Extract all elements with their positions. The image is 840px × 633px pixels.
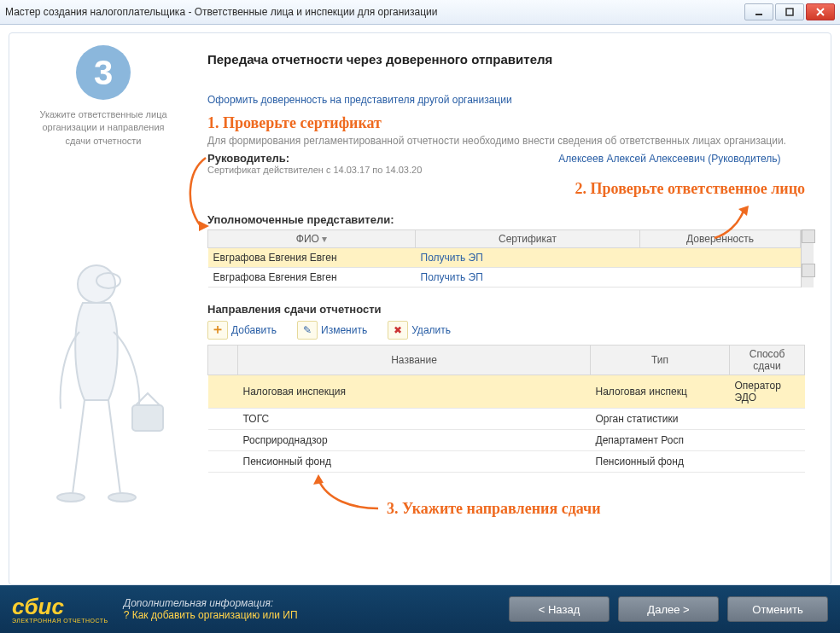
director-row: Руководитель: Сертификат действителен с …: [207, 152, 814, 175]
svg-point-8: [108, 493, 136, 502]
delete-button[interactable]: ✖Удалить: [388, 321, 451, 340]
col-method[interactable]: Способ сдачи: [730, 345, 805, 375]
wizard-footer: сбисЭЛЕКТРОННАЯ ОТЧЕТНОСТЬ Дополнительна…: [0, 585, 840, 633]
content-panel: 3 Укажите ответственные лица организации…: [9, 32, 831, 585]
dirs-table[interactable]: Название Тип Способ сдачи Налоговая инсп…: [207, 345, 805, 473]
svg-rect-1: [786, 9, 793, 15]
logo: сбисЭЛЕКТРОННАЯ ОТЧЕТНОСТЬ: [12, 595, 108, 624]
svg-rect-6: [132, 405, 163, 431]
dirs-row[interactable]: Налоговая инспекцияНалоговая инспекцОпер…: [208, 375, 805, 408]
delete-icon: ✖: [388, 321, 408, 340]
director-label: Руководитель:: [207, 152, 422, 165]
help-link[interactable]: ? Как добавить организацию или ИП: [124, 609, 500, 621]
next-button[interactable]: Далее >: [618, 596, 719, 622]
info-text: Для формирования регламентированной отче…: [207, 134, 788, 148]
svg-marker-9: [313, 474, 324, 485]
svg-point-4: [78, 265, 115, 303]
col-trust[interactable]: Доверенность: [640, 229, 801, 247]
col-name[interactable]: Название: [238, 345, 591, 375]
scroll-down-icon[interactable]: [802, 264, 815, 277]
maximize-button[interactable]: [775, 3, 804, 20]
dirs-row[interactable]: ТОГСОрган статистики: [208, 408, 805, 429]
main-content: Передача отчетности через доверенного от…: [207, 52, 814, 576]
dirs-row[interactable]: РосприроднадзорДепартамент Росп: [208, 429, 805, 450]
col-cert[interactable]: Сертификат: [416, 229, 640, 247]
assistant-illustration: [30, 255, 175, 511]
add-button[interactable]: ＋Добавить: [207, 321, 277, 340]
reps-row[interactable]: Евграфова Евгения Евген Получить ЭП: [208, 247, 801, 267]
col-type[interactable]: Тип: [591, 345, 730, 375]
cert-validity: Сертификат действителен с 14.03.17 по 14…: [207, 165, 422, 175]
annotation-1: 1. Проверьте сертификат: [207, 114, 814, 132]
app-window: Мастер создания налогоплательщика - Отве…: [0, 0, 840, 633]
plus-icon: ＋: [207, 321, 228, 340]
trust-link[interactable]: Оформить доверенность на представителя д…: [207, 94, 512, 106]
pencil-icon: ✎: [297, 321, 318, 340]
step-hint: Укажите ответственные лица организации и…: [9, 108, 197, 148]
step-number-badge: 3: [76, 45, 131, 100]
wizard-sidebar: 3 Укажите ответственные лица организации…: [9, 33, 197, 148]
get-ep-link[interactable]: Получить ЭП: [421, 271, 483, 283]
reps-scrollbar[interactable]: [801, 229, 814, 287]
cancel-button[interactable]: Отменить: [727, 596, 828, 622]
col-fio[interactable]: ФИО ▾: [208, 229, 416, 247]
dirs-heading: Направления сдачи отчетности: [207, 303, 814, 316]
extra-info: Дополнительная информация: ? Как добавит…: [124, 597, 500, 621]
titlebar: Мастер создания налогоплательщика - Отве…: [0, 0, 840, 25]
director-name-link[interactable]: Алексеев Алексей Алексеевич (Руководител…: [558, 153, 780, 165]
annotation-2: 2. Проверьте ответственное лицо: [207, 180, 805, 198]
page-title: Передача отчетности через доверенного от…: [207, 52, 814, 67]
back-button[interactable]: < Назад: [509, 596, 610, 622]
extra-label: Дополнительная информация:: [124, 597, 500, 609]
dirs-row[interactable]: Пенсионный фондПенсионный фонд: [208, 450, 805, 472]
dirs-header-row: Название Тип Способ сдачи: [208, 345, 805, 375]
reps-row[interactable]: Евграфова Евгения Евген Получить ЭП: [208, 267, 801, 287]
client-area: 3 Укажите ответственные лица организации…: [0, 24, 840, 633]
get-ep-link[interactable]: Получить ЭП: [421, 252, 483, 264]
annotation-3: 3. Укажите направления сдачи: [387, 500, 601, 518]
reps-heading: Уполномоченные представители:: [207, 213, 814, 226]
window-title: Мастер создания налогоплательщика - Отве…: [5, 6, 743, 18]
edit-button[interactable]: ✎Изменить: [297, 321, 367, 340]
reps-header-row: ФИО ▾ Сертификат Доверенность: [208, 229, 801, 247]
col-icon: [208, 345, 238, 375]
dirs-toolbar: ＋Добавить ✎Изменить ✖Удалить: [207, 321, 814, 340]
minimize-button[interactable]: [744, 3, 773, 20]
reps-table[interactable]: ФИО ▾ Сертификат Доверенность Евграфова …: [207, 229, 801, 287]
svg-point-7: [57, 493, 85, 502]
close-button[interactable]: [806, 3, 835, 20]
scroll-up-icon[interactable]: [802, 229, 815, 243]
